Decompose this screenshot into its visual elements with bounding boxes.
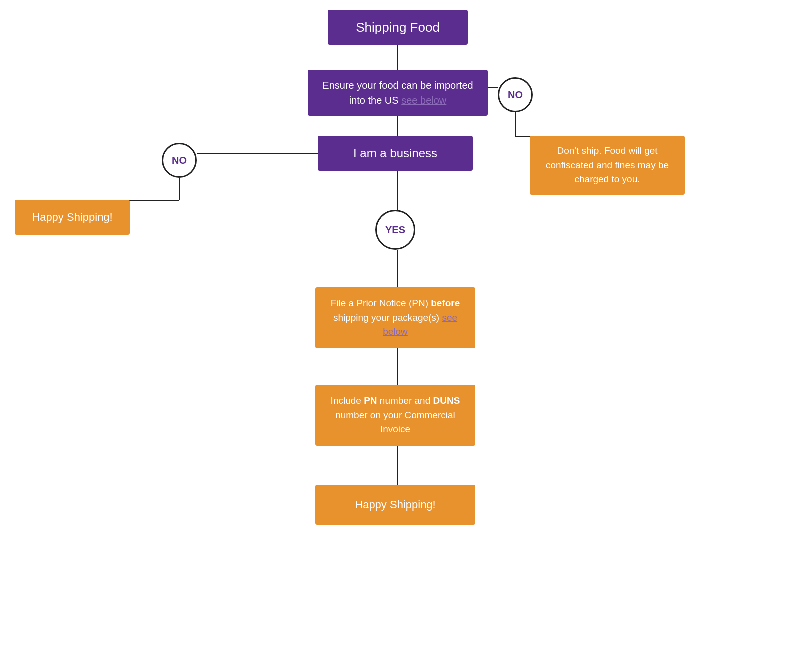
flowchart: Shipping Food Ensure your food can be im… xyxy=(0,0,796,672)
line-business-left xyxy=(197,153,318,154)
line-business-yes xyxy=(398,171,398,210)
happy-bottom-text: Happy Shipping! xyxy=(355,497,436,513)
title-node: Shipping Food xyxy=(328,10,468,45)
happy-left-text: Happy Shipping! xyxy=(32,210,112,225)
line-no-left-down xyxy=(180,178,180,200)
prior-bold: before xyxy=(431,298,460,308)
line-title-ensure xyxy=(398,45,398,70)
pn-duns-node: Include PN number and DUNS number on you… xyxy=(316,385,476,446)
prior-notice-node: File a Prior Notice (PN) before shipping… xyxy=(316,287,476,348)
pn-bold: PN xyxy=(364,395,377,406)
line-pnduns-happy xyxy=(398,442,398,485)
happy-shipping-bottom-node: Happy Shipping! xyxy=(316,485,476,525)
dontship-text: Don't ship. Food will get confiscated an… xyxy=(540,144,675,187)
title-text: Shipping Food xyxy=(356,20,440,35)
line-prior-pnduns xyxy=(398,345,398,385)
dontship-node: Don't ship. Food will get confiscated an… xyxy=(530,136,685,195)
no-left-label: NO xyxy=(172,155,187,166)
pnduns-text: Include PN number and DUNS number on you… xyxy=(328,394,464,437)
business-node: I am a business xyxy=(318,136,473,171)
line-yes-prior xyxy=(398,250,398,287)
no-circle-left: NO xyxy=(162,143,197,178)
yes-label: YES xyxy=(386,224,406,236)
ensure-link[interactable]: see below xyxy=(402,95,446,106)
line-no-top-dontship xyxy=(515,136,530,137)
line-ensure-right xyxy=(488,87,498,88)
no-top-label: NO xyxy=(508,89,523,101)
ensure-node: Ensure your food can be imported into th… xyxy=(308,70,488,116)
ensure-text: Ensure your food can be imported into th… xyxy=(320,78,476,108)
prior-text: File a Prior Notice (PN) before shipping… xyxy=(328,296,464,339)
duns-bold: DUNS xyxy=(434,395,460,406)
no-circle-top: NO xyxy=(498,77,533,112)
business-text: I am a business xyxy=(354,146,438,160)
yes-circle: YES xyxy=(376,210,416,250)
line-no-top-down xyxy=(515,112,516,136)
happy-shipping-left-node: Happy Shipping! xyxy=(15,200,130,235)
prior-link[interactable]: see below xyxy=(383,312,458,337)
